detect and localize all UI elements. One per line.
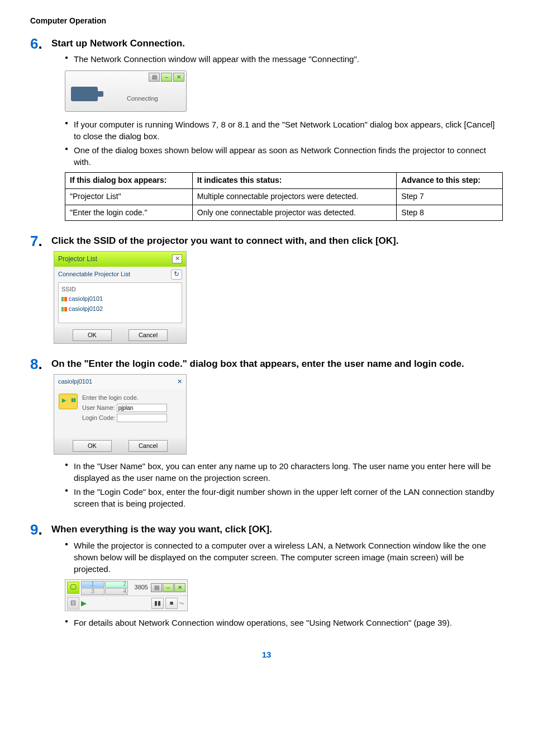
network-connection-window-mock: 🖵 1 2 3 4 3805 ▤ – ✕ ⊟ ▶ ▮▮ ■ [65, 579, 188, 611]
projector-list-dialog-mock: Projector List ✕ Connectable Projector L… [54, 251, 187, 344]
close-icon: ✕ [177, 377, 182, 386]
table-cell: Step 7 [397, 188, 503, 205]
step-8-title: On the "Enter the login code." dialog bo… [51, 356, 503, 371]
step-6-title: Start up Network Connection. [51, 36, 503, 50]
layout-quadrants: 1 2 3 4 [81, 581, 128, 594]
table-header: It indicates this status: [192, 173, 397, 189]
section-header: Computer Operation [30, 16, 503, 27]
connecting-dialog-mock: ▤ – ✕ Connecting [65, 70, 187, 112]
cancel-button: Cancel [129, 440, 168, 452]
menu-icon: ▤ [149, 73, 160, 82]
step-number: 9. [30, 519, 42, 540]
bullet-text: One of the dialog boxes shown below will… [65, 144, 503, 168]
step-9: 9. When everything is the way you want, … [30, 522, 503, 629]
projector-list-title: Projector List [58, 254, 97, 264]
minimize-icon: – [163, 583, 174, 592]
table-row: "Projector List" Multiple connectable pr… [65, 188, 503, 205]
table-row: "Enter the login code." Only one connect… [65, 205, 503, 221]
login-prompt: Enter the login code. [82, 394, 182, 402]
quadrant-2: 2 [105, 581, 129, 588]
projector-badge-icon [59, 394, 78, 409]
table-cell: Only one connectable projector was detec… [192, 205, 397, 221]
ok-button: OK [73, 440, 112, 452]
stop-icon: ■ [165, 598, 178, 609]
ssid-row: casiolpj0101 [61, 294, 179, 304]
bullet-text: In the "User Name" box, you can enter an… [65, 460, 503, 484]
play-icon: ▶ [81, 598, 87, 608]
refresh-icon: ↻ [171, 270, 182, 280]
login-code-input [117, 414, 167, 422]
ok-button: OK [73, 329, 112, 341]
table-header: If this dialog box appears: [65, 173, 193, 189]
step-number: 7. [30, 231, 42, 251]
display-icon: 🖵 [67, 582, 79, 594]
bullet-text: The Network Connection window will appea… [65, 53, 503, 65]
bullet-text: For details about Network Connection win… [65, 617, 503, 629]
cancel-button: Cancel [129, 329, 168, 341]
user-name-label: User Name: [82, 404, 115, 412]
user-name-input [117, 404, 167, 412]
step-7-title: Click the SSID of the projector you want… [51, 233, 503, 248]
projector-icon [71, 87, 98, 101]
quadrant-4: 4 [105, 588, 129, 595]
step-8: 8. On the "Enter the login code." dialog… [30, 356, 503, 509]
table-header: Advance to this step: [397, 173, 503, 189]
pause-icon: ▮▮ [151, 598, 164, 609]
table-cell: Step 8 [397, 205, 503, 221]
bullet-text: While the projector is connected to a co… [65, 540, 503, 575]
ssid-row: casiolpj0102 [61, 304, 179, 314]
login-dialog-mock: casiolpj0101 ✕ Enter the login code. Use… [54, 374, 187, 455]
dialog-status-table: If this dialog box appears: It indicates… [65, 172, 503, 221]
menu-icon: ▤ [151, 583, 162, 592]
close-icon: ✕ [174, 583, 185, 592]
login-dialog-title: casiolpj0101 [58, 377, 92, 386]
login-code-label: Login Code: [82, 414, 115, 422]
minimize-icon: – [161, 73, 172, 82]
table-cell: Multiple connectable projectors were det… [192, 188, 397, 205]
session-code: 3805 [135, 583, 148, 592]
page-number: 13 [30, 649, 503, 660]
panel-icon: ⊟ [67, 597, 79, 609]
ssid-listbox: SSID casiolpj0101 casiolpj0102 [58, 282, 182, 323]
step-number: 8. [30, 354, 42, 374]
bullet-text: If your computer is running Windows 7, 8… [65, 119, 503, 142]
ssid-header: SSID [61, 285, 179, 294]
wifi-icon: ⏦ [179, 598, 185, 609]
close-icon: ✕ [172, 254, 182, 263]
step-6: 6. Start up Network Connection. The Netw… [30, 36, 503, 221]
connecting-label: Connecting [127, 94, 158, 103]
close-icon: ✕ [173, 73, 184, 82]
step-9-title: When everything is the way you want, cli… [51, 522, 503, 536]
connectable-list-label: Connectable Projector List [58, 270, 130, 278]
bullet-text: In the "Login Code" box, enter the four-… [65, 486, 503, 509]
quadrant-3: 3 [81, 588, 104, 595]
step-number: 6. [30, 34, 42, 54]
table-cell: "Projector List" [65, 188, 193, 205]
table-cell: "Enter the login code." [65, 205, 193, 221]
quadrant-1: 1 [81, 581, 104, 588]
step-7: 7. Click the SSID of the projector you w… [30, 233, 503, 344]
